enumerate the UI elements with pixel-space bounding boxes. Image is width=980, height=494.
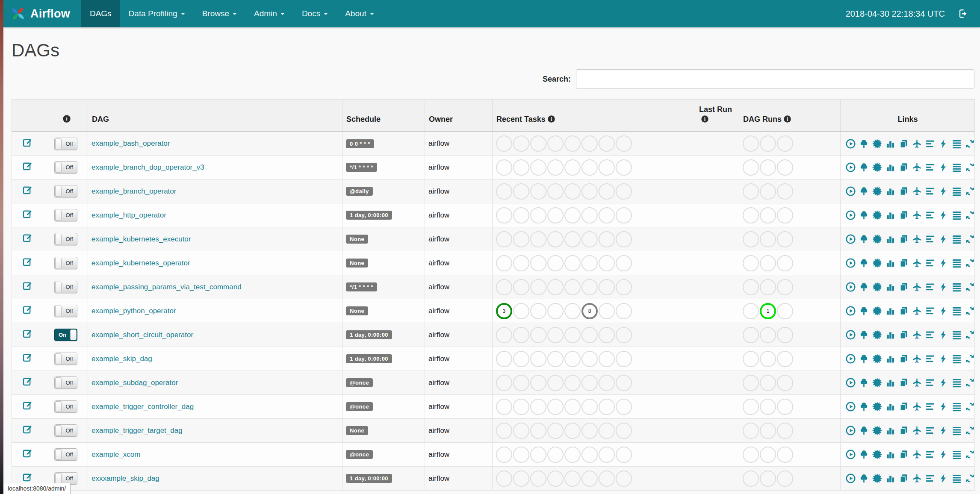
nav-item-data-profiling[interactable]: Data Profiling	[120, 0, 194, 27]
gantt-view-link[interactable]	[925, 138, 936, 149]
trigger-dag-link[interactable]	[845, 377, 856, 388]
task-duration-link[interactable]	[885, 329, 896, 340]
dag-pause-toggle[interactable]: Off	[54, 233, 77, 245]
logs-link[interactable]	[951, 138, 962, 149]
graph-view-link[interactable]	[872, 306, 883, 316]
logs-link[interactable]	[951, 186, 962, 197]
task-duration-link[interactable]	[885, 258, 896, 268]
logs-link[interactable]	[951, 353, 962, 364]
refresh-link[interactable]	[965, 449, 975, 460]
gantt-view-link[interactable]	[925, 473, 936, 484]
graph-view-link[interactable]	[872, 377, 883, 388]
dag-link[interactable]: example_http_operator	[92, 211, 166, 219]
task-tries-link[interactable]	[898, 282, 909, 292]
trigger-dag-link[interactable]	[845, 186, 856, 197]
tree-view-link[interactable]	[859, 401, 869, 412]
nav-item-about[interactable]: About	[337, 0, 383, 27]
dag-pause-toggle[interactable]: Off	[54, 353, 77, 365]
tree-view-link[interactable]	[859, 234, 869, 244]
dag-pause-toggle[interactable]: Off	[54, 400, 77, 413]
tree-view-link[interactable]	[859, 473, 869, 484]
dag-link[interactable]: example_branch_operator	[92, 187, 176, 195]
edit-dag-link[interactable]	[22, 376, 32, 387]
nav-item-dags[interactable]: DAGs	[81, 0, 120, 27]
code-view-link[interactable]	[938, 425, 949, 436]
landing-times-link[interactable]	[912, 401, 922, 412]
logs-link[interactable]	[951, 401, 962, 412]
landing-times-link[interactable]	[912, 234, 922, 244]
dag-link[interactable]: exxxample_skip_dag	[92, 474, 159, 482]
logs-link[interactable]	[951, 210, 962, 221]
trigger-dag-link[interactable]	[845, 449, 856, 460]
refresh-link[interactable]	[965, 186, 975, 197]
gantt-view-link[interactable]	[925, 353, 936, 364]
dag-pause-toggle[interactable]: Off	[54, 185, 77, 197]
gantt-view-link[interactable]	[925, 449, 936, 460]
graph-view-link[interactable]	[872, 162, 883, 173]
task-duration-link[interactable]	[885, 234, 896, 244]
code-view-link[interactable]	[938, 186, 949, 197]
trigger-dag-link[interactable]	[845, 282, 856, 292]
task-duration-link[interactable]	[885, 186, 896, 197]
landing-times-link[interactable]	[912, 210, 922, 221]
edit-dag-link[interactable]	[22, 329, 32, 339]
task-tries-link[interactable]	[898, 210, 909, 221]
landing-times-link[interactable]	[912, 162, 922, 173]
task-duration-link[interactable]	[885, 210, 896, 221]
task-tries-link[interactable]	[898, 377, 909, 388]
task-tries-link[interactable]	[898, 186, 909, 197]
task-duration-link[interactable]	[885, 162, 896, 173]
dag-pause-toggle[interactable]: Off	[54, 376, 77, 389]
dag-link[interactable]: example_short_circuit_operator	[92, 331, 193, 339]
code-view-link[interactable]	[938, 210, 949, 221]
dag-link[interactable]: example_skip_dag	[92, 355, 152, 363]
task-duration-link[interactable]	[885, 377, 896, 388]
logs-link[interactable]	[951, 162, 962, 173]
task-tries-link[interactable]	[898, 401, 909, 412]
tree-view-link[interactable]	[859, 282, 869, 292]
code-view-link[interactable]	[938, 234, 949, 244]
refresh-link[interactable]	[965, 234, 975, 244]
dag-link[interactable]: example_passing_params_via_test_command	[92, 283, 242, 291]
tree-view-link[interactable]	[859, 306, 869, 316]
recent-task-circle[interactable]: 3	[496, 303, 512, 319]
tree-view-link[interactable]	[859, 258, 869, 268]
logout-button[interactable]	[958, 9, 968, 19]
task-tries-link[interactable]	[898, 329, 909, 340]
logs-link[interactable]	[951, 473, 962, 484]
logs-link[interactable]	[951, 282, 962, 292]
edit-dag-link[interactable]	[22, 472, 32, 482]
landing-times-link[interactable]	[912, 138, 922, 149]
landing-times-link[interactable]	[912, 425, 922, 436]
code-view-link[interactable]	[938, 449, 949, 460]
graph-view-link[interactable]	[872, 186, 883, 197]
dag-pause-toggle[interactable]: Off	[54, 448, 77, 461]
code-view-link[interactable]	[938, 162, 949, 173]
code-view-link[interactable]	[938, 138, 949, 149]
landing-times-link[interactable]	[912, 258, 922, 268]
refresh-link[interactable]	[965, 329, 975, 340]
edit-dag-link[interactable]	[22, 353, 32, 363]
logs-link[interactable]	[951, 234, 962, 244]
landing-times-link[interactable]	[912, 449, 922, 460]
logs-link[interactable]	[951, 258, 962, 268]
tree-view-link[interactable]	[859, 162, 869, 173]
dag-pause-toggle[interactable]: Off	[54, 281, 77, 293]
tree-view-link[interactable]	[859, 186, 869, 197]
code-view-link[interactable]	[938, 353, 949, 364]
landing-times-link[interactable]	[912, 377, 922, 388]
gantt-view-link[interactable]	[925, 258, 936, 268]
graph-view-link[interactable]	[872, 210, 883, 221]
task-duration-link[interactable]	[885, 353, 896, 364]
code-view-link[interactable]	[938, 377, 949, 388]
task-tries-link[interactable]	[898, 306, 909, 316]
tree-view-link[interactable]	[859, 329, 869, 340]
logs-link[interactable]	[951, 425, 962, 436]
refresh-link[interactable]	[965, 377, 975, 388]
code-view-link[interactable]	[938, 401, 949, 412]
gantt-view-link[interactable]	[925, 210, 936, 221]
tree-view-link[interactable]	[859, 425, 869, 436]
trigger-dag-link[interactable]	[845, 138, 856, 149]
edit-dag-link[interactable]	[22, 209, 32, 219]
gantt-view-link[interactable]	[925, 306, 936, 316]
